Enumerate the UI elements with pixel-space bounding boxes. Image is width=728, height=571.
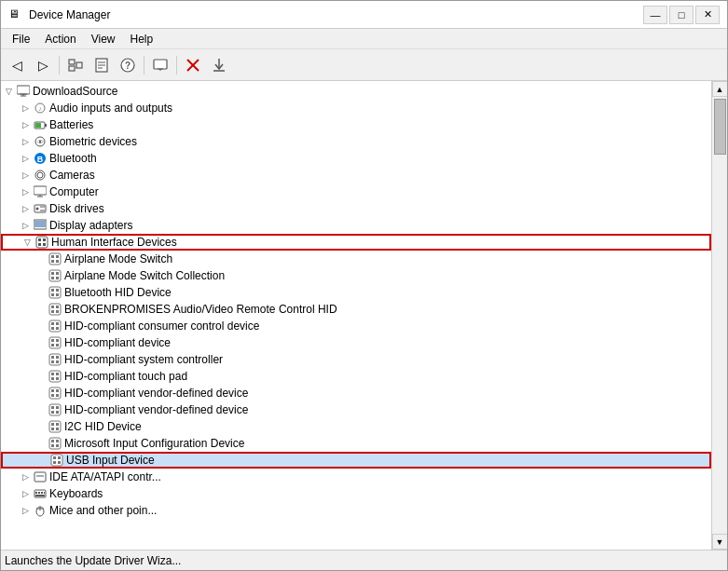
airplane-expand[interactable] <box>33 252 48 266</box>
hid-consumer-expand[interactable] <box>33 319 48 333</box>
device-button[interactable] <box>148 53 172 77</box>
menu-file[interactable]: File <box>5 31 37 48</box>
usb-expand[interactable] <box>34 453 49 468</box>
tree-item-msconfig[interactable]: Microsoft Input Configuration Device <box>1 435 711 452</box>
disk-expand-icon[interactable]: ▷ <box>18 201 33 216</box>
audio-label: Audio inputs and outputs <box>49 100 172 116</box>
bluetooth-expand-icon[interactable]: ▷ <box>18 151 33 166</box>
tree-item-cameras[interactable]: ▷ Cameras <box>1 167 711 184</box>
menu-view[interactable]: View <box>84 31 123 48</box>
computer-expand-icon[interactable]: ▷ <box>18 184 33 199</box>
tree-item-disk[interactable]: ▷ Disk drives <box>1 200 711 217</box>
ide-expand-icon[interactable]: ▷ <box>18 469 33 484</box>
tree-root[interactable]: ▽ DownloadSource <box>1 83 711 100</box>
tree-item-audio[interactable]: ▷ ♪ Audio inputs and outputs <box>1 100 711 116</box>
hid-label: Human Interface Devices <box>51 234 177 251</box>
menu-help[interactable]: Help <box>123 31 161 48</box>
scroll-up-button[interactable]: ▲ <box>712 81 728 97</box>
mice-expand-icon[interactable]: ▷ <box>18 503 33 518</box>
hid-touch-expand[interactable] <box>33 369 48 384</box>
properties-button[interactable] <box>89 53 114 77</box>
tree-item-batteries[interactable]: ▷ Batteries <box>1 116 711 133</box>
uninstall-button[interactable] <box>181 53 205 77</box>
close-button[interactable]: ✕ <box>695 6 720 24</box>
back-button[interactable]: ◁ <box>5 53 29 77</box>
tree-item-mice[interactable]: ▷ Mice and other poin... <box>1 502 711 519</box>
hid-touch-label: HID-compliant touch pad <box>64 368 187 385</box>
tree-item-airplane-coll[interactable]: Airplane Mode Switch Collection <box>1 267 711 284</box>
update-button[interactable] <box>207 53 231 77</box>
help-icon: ? <box>120 58 135 73</box>
audio-expand-icon[interactable]: ▷ <box>18 101 33 116</box>
tree-item-display[interactable]: ▷ Display adapters <box>1 217 711 234</box>
tree-item-usb[interactable]: USB Input Device <box>1 452 711 469</box>
svg-rect-73 <box>51 344 54 347</box>
help-button[interactable]: ? <box>116 53 140 77</box>
scroll-down-button[interactable]: ▼ <box>712 534 728 550</box>
computer-node-icon <box>33 184 48 199</box>
broken-expand[interactable] <box>33 302 48 317</box>
tree-item-broken[interactable]: BROKENPROMISES Audio/Video Remote Contro… <box>1 301 711 318</box>
svg-rect-109 <box>58 461 61 464</box>
display-icon <box>33 218 48 233</box>
forward-button[interactable]: ▷ <box>31 53 55 77</box>
menu-action[interactable]: Action <box>37 31 83 48</box>
hid-system-expand[interactable] <box>33 352 48 367</box>
svg-rect-95 <box>49 421 61 432</box>
vertical-scrollbar[interactable]: ▲ ▼ <box>711 81 727 550</box>
hid-vendor1-icon <box>48 386 62 401</box>
tree-item-hid-vendor2[interactable]: HID-compliant vendor-defined device <box>1 401 711 418</box>
cameras-expand-icon[interactable]: ▷ <box>18 168 33 183</box>
device-tree[interactable]: ▽ DownloadSource ▷ ♪ <box>1 81 711 550</box>
scroll-track[interactable] <box>712 97 727 534</box>
svg-text:👁: 👁 <box>37 139 44 145</box>
bluetooth-hid-label: Bluetooth HID Device <box>64 284 172 301</box>
tree-item-hid-touch[interactable]: HID-compliant touch pad <box>1 368 711 385</box>
biometric-expand-icon[interactable]: ▷ <box>18 134 33 149</box>
hid-expand-icon[interactable]: ▽ <box>20 235 34 250</box>
properties-icon <box>94 58 109 73</box>
scroll-thumb[interactable] <box>714 99 726 155</box>
tree-item-hid-consumer[interactable]: HID-compliant consumer control device <box>1 318 711 334</box>
tree-item-bluetooth-hid[interactable]: Bluetooth HID Device <box>1 284 711 301</box>
hid-consumer-label: HID-compliant consumer control device <box>64 318 259 334</box>
svg-rect-75 <box>49 354 61 365</box>
bluetooth-icon: B <box>33 151 48 166</box>
minimize-button[interactable]: — <box>643 6 667 24</box>
tree-item-i2c[interactable]: I2C HID Device <box>1 418 711 435</box>
tree-item-bluetooth[interactable]: ▷ B Bluetooth <box>1 150 711 167</box>
svg-rect-74 <box>56 344 59 347</box>
tree-item-keyboards[interactable]: ▷ Keyboards <box>1 485 711 502</box>
batteries-expand-icon[interactable]: ▷ <box>18 117 33 132</box>
keyboards-expand-icon[interactable]: ▷ <box>18 486 33 501</box>
tree-toggle-button[interactable] <box>63 53 88 77</box>
tree-item-hid-vendor1[interactable]: HID-compliant vendor-defined device <box>1 385 711 401</box>
svg-rect-69 <box>56 327 59 330</box>
tree-item-ide[interactable]: ▷ IDE ATA/ATAPI contr... <box>1 469 711 485</box>
airplane-coll-expand[interactable] <box>33 268 48 283</box>
svg-rect-98 <box>51 428 54 430</box>
hid-vendor2-expand[interactable] <box>33 402 48 417</box>
root-expand-icon[interactable]: ▽ <box>1 84 16 99</box>
hid-device-expand[interactable] <box>33 335 48 350</box>
msconfig-expand[interactable] <box>33 436 48 451</box>
display-label: Display adapters <box>49 217 132 234</box>
bluetooth-hid-expand[interactable] <box>33 285 48 300</box>
display-expand-icon[interactable]: ▷ <box>18 218 33 233</box>
tree-item-hid-system[interactable]: HID-compliant system controller <box>1 351 711 368</box>
svg-rect-54 <box>56 277 59 279</box>
svg-rect-102 <box>56 440 59 442</box>
tree-item-hid-device[interactable]: HID-compliant device <box>1 334 711 351</box>
tree-item-computer[interactable]: ▷ Computer <box>1 184 711 200</box>
svg-rect-83 <box>51 377 54 380</box>
hid-vendor1-expand[interactable] <box>33 386 48 401</box>
svg-rect-108 <box>53 461 56 464</box>
tree-item-hid[interactable]: ▽ Human Interface Devices <box>1 234 711 251</box>
maximize-button[interactable]: □ <box>669 6 694 24</box>
tree-item-airplane[interactable]: Airplane Mode Switch <box>1 251 711 267</box>
tree-item-biometric[interactable]: ▷ 👁 Biometric devices <box>1 133 711 150</box>
svg-rect-86 <box>51 389 54 392</box>
mice-icon <box>33 503 48 518</box>
hid-vendor2-icon <box>48 402 62 417</box>
i2c-expand[interactable] <box>33 419 48 434</box>
